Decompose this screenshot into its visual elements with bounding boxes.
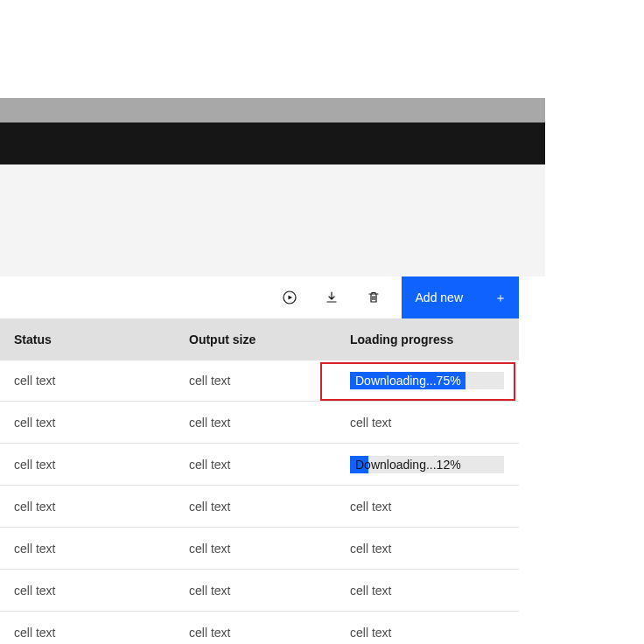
cell-output-size: cell text bbox=[175, 374, 336, 388]
download-icon bbox=[325, 290, 339, 304]
cell-status: cell text bbox=[0, 584, 175, 598]
progress-text: Downloading...75% bbox=[350, 374, 461, 388]
header-output-size: Output size bbox=[175, 332, 336, 346]
header-loading-progress: Loading progress bbox=[336, 332, 519, 346]
cell-loading-progress: Downloading...75% bbox=[336, 372, 519, 389]
cell-loading-progress: cell text bbox=[336, 626, 519, 640]
table-row[interactable]: cell text cell text cell text bbox=[0, 402, 519, 444]
cell-output-size: cell text bbox=[175, 458, 336, 472]
table-header-row: Status Output size Loading progress bbox=[0, 318, 519, 360]
delete-button[interactable] bbox=[353, 276, 395, 318]
cell-status: cell text bbox=[0, 626, 175, 640]
trash-icon bbox=[367, 290, 381, 304]
table-row[interactable]: cell text cell text cell text bbox=[0, 486, 519, 528]
table-row[interactable]: cell text cell text cell text bbox=[0, 612, 519, 644]
progress-bar: Downloading...12% bbox=[350, 456, 504, 473]
table-row[interactable]: cell text cell text Downloading...12% bbox=[0, 444, 519, 486]
table-row[interactable]: cell text cell text Downloading...75% bbox=[0, 360, 519, 402]
add-new-button[interactable]: Add new ＋ bbox=[402, 276, 519, 318]
cell-loading-progress: cell text bbox=[336, 500, 519, 514]
cell-status: cell text bbox=[0, 542, 175, 556]
cell-status: cell text bbox=[0, 458, 175, 472]
table-row[interactable]: cell text cell text cell text bbox=[0, 528, 519, 570]
add-new-label: Add new bbox=[416, 290, 463, 304]
cell-loading-progress: cell text bbox=[336, 584, 519, 598]
background-strip-gray bbox=[0, 98, 545, 122]
subheader-area bbox=[0, 164, 545, 276]
table-row[interactable]: cell text cell text cell text bbox=[0, 570, 519, 612]
cell-status: cell text bbox=[0, 416, 175, 430]
header-status: Status bbox=[0, 332, 175, 346]
header-bar bbox=[0, 122, 545, 164]
plus-icon: ＋ bbox=[494, 291, 507, 304]
cell-loading-progress: cell text bbox=[336, 542, 519, 556]
play-icon bbox=[283, 290, 297, 304]
cell-status: cell text bbox=[0, 374, 175, 388]
cell-status: cell text bbox=[0, 500, 175, 514]
cell-output-size: cell text bbox=[175, 416, 336, 430]
progress-bar: Downloading...75% bbox=[350, 372, 504, 389]
table-toolbar: Add new ＋ bbox=[0, 276, 519, 318]
cell-output-size: cell text bbox=[175, 584, 336, 598]
cell-output-size: cell text bbox=[175, 500, 336, 514]
cell-loading-progress: Downloading...12% bbox=[336, 456, 519, 473]
cell-output-size: cell text bbox=[175, 626, 336, 640]
cell-output-size: cell text bbox=[175, 542, 336, 556]
progress-text: Downloading...12% bbox=[350, 458, 461, 472]
cell-loading-progress: cell text bbox=[336, 416, 519, 430]
download-button[interactable] bbox=[311, 276, 353, 318]
play-button[interactable] bbox=[269, 276, 311, 318]
